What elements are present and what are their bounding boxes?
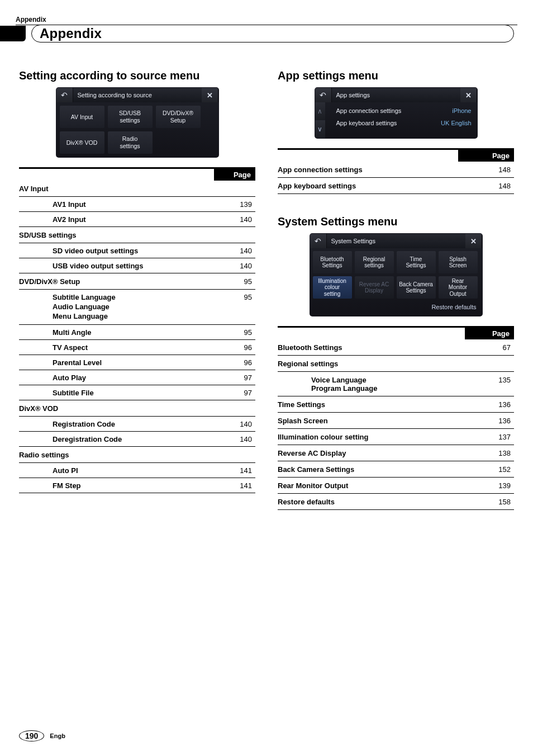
table-row: App keyboard settings148 — [278, 178, 514, 194]
scroll-bar[interactable]: ∧ ∨ — [315, 102, 325, 138]
blank-header — [278, 327, 465, 340]
section-title-app: App settings menu — [278, 69, 514, 82]
menu-tile[interactable]: Back CameraSettings — [397, 276, 436, 299]
menu-tile[interactable]: Illuminationcoloursetting — [313, 276, 352, 299]
row-label: DivX® VOD — [19, 400, 214, 416]
table-row: Subtitle LanguageAudio LanguageMenu Lang… — [19, 290, 255, 325]
list-item[interactable]: App keyboard settingsUK English — [325, 117, 477, 129]
row-label: App keyboard settings — [278, 178, 458, 194]
row-page: 138 — [465, 445, 514, 461]
row-label: Bluetooth Settings — [278, 339, 465, 356]
row-page: 95 — [214, 273, 255, 290]
row-label: App connection settings — [278, 162, 458, 178]
menu-tile[interactable]: AV Input — [60, 106, 104, 128]
row-page: 95 — [214, 290, 255, 325]
row-label: USB video output settings — [19, 258, 214, 273]
table-header-row: Page — [278, 327, 514, 340]
row-page: 137 — [465, 429, 514, 445]
row-label: DVD/DivX® Setup — [19, 273, 214, 290]
row-label: Auto Play — [19, 370, 214, 385]
panel-title: Setting according to source — [73, 88, 202, 102]
table-row: Regional settings — [278, 356, 514, 372]
panel-title: System Settings — [327, 234, 465, 248]
panel-tile-grid: BluetoothSettingsRegionalsettingsTimeSet… — [310, 248, 482, 301]
menu-tile[interactable]: Regionalsettings — [355, 251, 394, 273]
row-page: 148 — [458, 178, 514, 194]
page-number: 190 — [19, 730, 44, 741]
menu-tile[interactable]: DivX® VOD — [60, 131, 104, 154]
table-row: Splash Screen136 — [278, 413, 514, 429]
language-code: Engb — [50, 733, 65, 739]
row-label: Registration Code — [19, 416, 214, 431]
table-row: Reverse AC Display138 — [278, 445, 514, 461]
menu-tile[interactable]: RearMonitorOutput — [439, 276, 478, 299]
table-row: SD video output settings140 — [19, 243, 255, 258]
row-page: 140 — [214, 258, 255, 273]
table-row: Auto Play97 — [19, 370, 255, 385]
menu-tile[interactable]: TimeSettings — [397, 251, 436, 273]
panel-tile-grid: AV InputSD/USBsettingsDVD/DivX®SetupDivX… — [56, 102, 218, 157]
table-row: Registration Code140 — [19, 416, 255, 431]
close-icon[interactable]: ✕ — [460, 88, 477, 102]
close-icon[interactable]: ✕ — [465, 234, 482, 248]
table-row: Radio settings — [19, 446, 255, 462]
row-page: 96 — [214, 339, 255, 355]
page-header: Page — [465, 327, 514, 340]
menu-tile[interactable]: SD/USBsettings — [108, 106, 153, 128]
content-columns: Setting according to source menu ↶ Setti… — [19, 69, 514, 510]
list-item-value: iPhone — [452, 107, 471, 114]
table-row: FM Step141 — [19, 478, 255, 493]
row-page: 140 — [214, 431, 255, 446]
row-page: 148 — [458, 162, 514, 178]
table-row: Back Camera Settings152 — [278, 461, 514, 478]
row-label: Deregistration Code — [19, 431, 214, 446]
menu-tile[interactable]: Reverse ACDisplay — [355, 276, 394, 299]
row-page: 139 — [465, 478, 514, 494]
section-title-source: Setting according to source menu — [19, 69, 255, 82]
table-row: Time Settings136 — [278, 396, 514, 413]
table-row: AV Input — [19, 181, 255, 197]
screenshot-app-menu: ↶ App settings ✕ ∧ ∨ App connection sett… — [315, 88, 477, 138]
right-column: App settings menu ↶ App settings ✕ ∧ ∨ A… — [278, 69, 514, 510]
row-label: Time Settings — [278, 396, 465, 413]
panel-header: ↶ App settings ✕ — [315, 88, 477, 102]
list-item[interactable]: App connection settingsiPhone — [325, 105, 477, 117]
menu-tile[interactable]: BluetoothSettings — [313, 251, 352, 273]
restore-defaults-link[interactable]: Restore defaults — [310, 301, 482, 316]
back-icon[interactable]: ↶ — [315, 88, 332, 102]
row-label: AV2 Input — [19, 212, 214, 227]
screenshot-system-menu: ↶ System Settings ✕ BluetoothSettingsReg… — [310, 234, 482, 316]
app-index-table: Page App connection settings148App keybo… — [278, 148, 514, 194]
table-row: USB video output settings140 — [19, 258, 255, 273]
row-page: 95 — [214, 324, 255, 339]
row-label: Auto PI — [19, 462, 214, 478]
row-label: Restore defaults — [278, 494, 465, 510]
table-header-row: Page — [278, 149, 514, 162]
row-label: Illumination colour setting — [278, 429, 465, 445]
row-label: Subtitle File — [19, 385, 214, 400]
back-icon[interactable]: ↶ — [56, 88, 73, 102]
row-label: Voice LanguageProgram Language — [278, 372, 465, 396]
close-icon[interactable]: ✕ — [202, 88, 218, 102]
menu-tile[interactable]: SplashScreen — [439, 251, 478, 273]
table-header-row: Page — [19, 168, 255, 181]
menu-tile[interactable]: Radiosettings — [108, 131, 153, 154]
row-label: Subtitle LanguageAudio LanguageMenu Lang… — [19, 290, 214, 325]
menu-tile[interactable]: DVD/DivX®Setup — [156, 106, 201, 128]
row-label: Reverse AC Display — [278, 445, 465, 461]
page-header: Page — [214, 168, 255, 181]
row-page: 141 — [214, 462, 255, 478]
back-icon[interactable]: ↶ — [310, 234, 327, 248]
row-page: 136 — [465, 413, 514, 429]
scroll-up-icon[interactable]: ∧ — [315, 102, 325, 120]
row-label: Regional settings — [278, 356, 465, 372]
table-row: DivX® VOD — [19, 400, 255, 416]
row-page: 141 — [214, 478, 255, 493]
source-index-table: Page AV InputAV1 Input139AV2 Input140SD/… — [19, 167, 255, 493]
row-page: 135 — [465, 372, 514, 396]
scroll-down-icon[interactable]: ∨ — [315, 120, 325, 138]
row-label: SD video output settings — [19, 243, 214, 258]
blank-header — [278, 149, 458, 162]
row-label: Multi Angle — [19, 324, 214, 339]
table-row: AV1 Input139 — [19, 197, 255, 212]
